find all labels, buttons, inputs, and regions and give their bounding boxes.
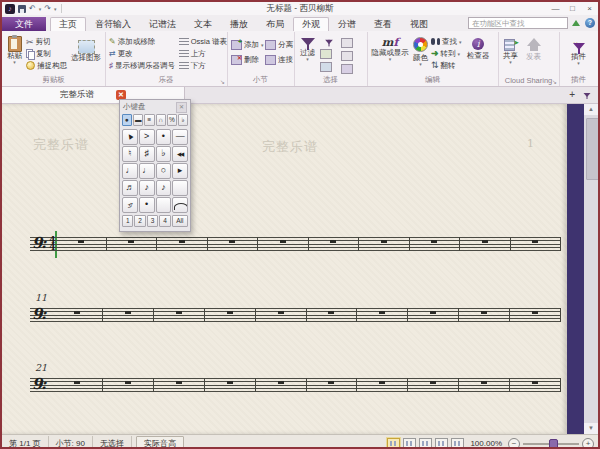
select-system-icon[interactable] (341, 51, 353, 61)
measure[interactable] (205, 378, 256, 392)
hide-or-show-button[interactable]: mf 隐藏或显示 ▾ (370, 34, 410, 74)
keypad-layout-tab-3-icon[interactable]: ≡ (144, 114, 154, 126)
minimize-button[interactable]: — (547, 3, 564, 15)
keypad-key[interactable]: ▸ (172, 163, 188, 179)
tab-switcher-icon[interactable] (584, 93, 591, 97)
copy-button[interactable]: 复制 (26, 48, 67, 59)
whole-bar-rest[interactable] (431, 240, 437, 243)
cut-button[interactable]: ✂ 剪切 (26, 36, 67, 47)
measure[interactable] (359, 237, 410, 251)
filter-button[interactable]: 过滤 ▾ (300, 34, 315, 74)
delete-bar-button[interactable]: 删除 (231, 54, 265, 65)
measure[interactable] (256, 308, 307, 322)
keypad-key[interactable]: ʒ7 (122, 197, 138, 213)
keypad-layout-tab-4-icon[interactable]: ∩ (156, 114, 166, 126)
change-button[interactable]: ⇄ 更改 (109, 48, 176, 59)
keypad-key[interactable]: ◀◀ (172, 146, 188, 162)
measure[interactable] (52, 308, 103, 322)
add-bar-button[interactable]: 添加 ▾ (231, 39, 265, 50)
view-pages-vertical-icon[interactable] (419, 438, 432, 449)
tab-review[interactable]: 查看 (365, 17, 401, 31)
add-or-remove-button[interactable]: ✎ 添加或移除 (109, 36, 176, 47)
whole-bar-rest[interactable] (227, 381, 233, 384)
tab-parts[interactable]: 分谱 (329, 17, 365, 31)
publish-button[interactable]: 发表 (526, 34, 541, 74)
select-graphic-button[interactable]: 选择图形 (71, 34, 101, 74)
whole-bar-rest[interactable] (227, 311, 233, 314)
select-more-icon[interactable] (320, 49, 332, 59)
measure[interactable] (459, 378, 510, 392)
view-panorama-icon[interactable] (451, 438, 464, 449)
keypad-close-icon[interactable]: ✕ (176, 102, 187, 113)
whole-bar-rest[interactable] (176, 381, 182, 384)
measure[interactable] (56, 237, 107, 251)
measure[interactable] (307, 378, 358, 392)
show-transposing-key-button[interactable]: ♯ 显示移调乐器调号 (109, 60, 176, 71)
keypad-key[interactable]: > (139, 129, 155, 145)
keypad-key[interactable]: ♩ (122, 163, 138, 179)
view-pages-grid-icon[interactable] (403, 438, 416, 449)
scrollbar-thumb[interactable] (586, 118, 599, 180)
measure[interactable] (157, 237, 208, 251)
tab-note-input[interactable]: 音符输入 (86, 17, 140, 31)
keypad-voice-4[interactable]: 4 (159, 215, 170, 227)
tab-layout[interactable]: 布局 (257, 17, 293, 31)
whole-bar-rest[interactable] (328, 381, 334, 384)
zoom-in-button[interactable]: + (582, 438, 594, 449)
measure[interactable] (510, 378, 561, 392)
measure[interactable] (154, 308, 205, 322)
maximize-button[interactable]: □ (564, 3, 581, 15)
measure[interactable] (511, 237, 562, 251)
whole-bar-rest[interactable] (179, 240, 185, 243)
keypad-key[interactable]: — (172, 129, 188, 145)
whole-bar-rest[interactable] (278, 381, 284, 384)
measure[interactable] (107, 237, 158, 251)
staff-system-3[interactable]: 219: (30, 378, 561, 392)
whole-bar-rest[interactable] (74, 311, 80, 314)
ossia-staff-button[interactable]: Ossia 谱表 (179, 36, 227, 47)
join-bar-button[interactable]: 连接 (265, 54, 293, 65)
keypad-key[interactable]: ♯ (139, 146, 155, 162)
zoom-slider[interactable] (523, 443, 579, 445)
whole-bar-rest[interactable] (78, 240, 84, 243)
tab-text[interactable]: 文本 (185, 17, 221, 31)
zoom-slider-thumb[interactable] (549, 439, 558, 449)
split-bar-button[interactable]: 分离 (265, 39, 293, 50)
close-button[interactable]: × (581, 3, 598, 15)
scroll-down-icon[interactable]: ▼ (584, 423, 598, 434)
staff-system-2[interactable]: 119: (30, 308, 561, 322)
inspector-button[interactable]: i 检查器 (467, 34, 490, 74)
measure[interactable] (410, 237, 461, 251)
measure[interactable] (510, 308, 561, 322)
measure[interactable] (460, 237, 511, 251)
whole-bar-rest[interactable] (481, 381, 487, 384)
measure[interactable] (103, 308, 154, 322)
whole-bar-rest[interactable] (330, 240, 336, 243)
ossia-below-button[interactable]: 下方 (179, 60, 227, 71)
new-tab-button[interactable]: + (569, 89, 575, 101)
tab-notations[interactable]: 记谱法 (140, 17, 185, 31)
whole-bar-rest[interactable] (176, 311, 182, 314)
keypad-key[interactable]: ♪ (156, 180, 172, 196)
measure[interactable] (103, 378, 154, 392)
instruments-dialog-launcher-icon[interactable]: ↘ (220, 78, 225, 85)
whole-bar-rest[interactable] (482, 240, 488, 243)
keypad-voice-1[interactable]: 1 (122, 215, 133, 227)
keypad-key[interactable]: ♬ (122, 180, 138, 196)
measure[interactable] (307, 308, 358, 322)
view-pages-horizontal-icon[interactable] (387, 438, 400, 449)
tab-file[interactable]: 文件 (2, 17, 46, 31)
status-pitch-toggle[interactable]: 实际音高 (136, 436, 184, 449)
vertical-scrollbar[interactable]: ▲ ▼ (584, 104, 598, 434)
bass-clef[interactable]: 9: (32, 234, 45, 252)
ribbon-search-input[interactable] (468, 17, 568, 29)
keypad-layout-tab-6-icon[interactable]: ♭ (178, 114, 188, 126)
keypad-key[interactable]: ♮ (122, 146, 138, 162)
tab-play[interactable]: 播放 (221, 17, 257, 31)
keypad-key[interactable]: • (156, 129, 172, 145)
keypad-voice-2[interactable]: 2 (134, 215, 145, 227)
goto-button[interactable]: ➜ 转到 ▾ (431, 48, 464, 59)
whole-bar-rest[interactable] (278, 311, 284, 314)
share-button[interactable]: 共享 ▾ (503, 34, 518, 74)
whole-bar-rest[interactable] (481, 311, 487, 314)
